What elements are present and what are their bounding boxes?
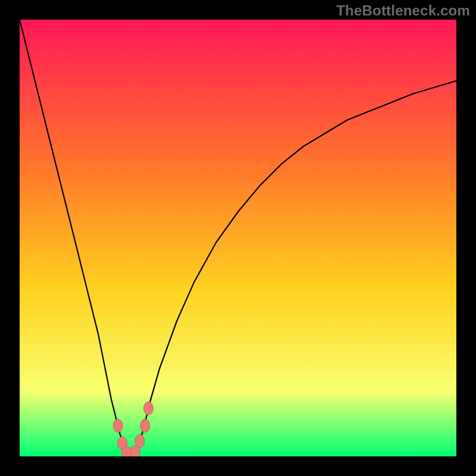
curve-marker: [113, 419, 123, 433]
plot-area: [20, 20, 456, 456]
watermark-text: TheBottleneck.com: [336, 2, 470, 19]
chart-frame: TheBottleneck.com: [0, 0, 476, 476]
curve-marker: [135, 434, 145, 447]
gradient-background: [20, 20, 456, 456]
curve-marker: [144, 402, 154, 415]
curve-marker: [140, 419, 150, 433]
bottleneck-chart-svg: [20, 20, 456, 456]
